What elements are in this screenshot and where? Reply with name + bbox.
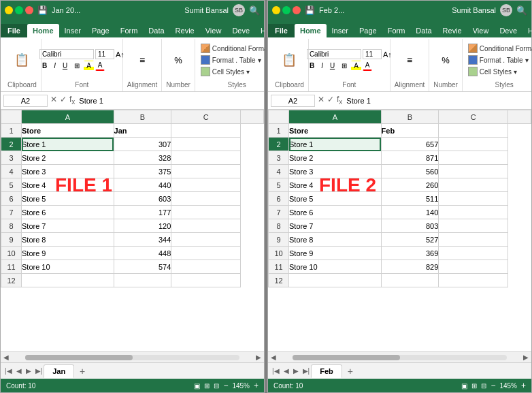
borders-btn[interactable]: ⊞ [71,61,82,71]
format-table-btn2[interactable]: Format . Table ▾ [467,54,532,65]
col-b[interactable]: 574 [114,260,171,274]
col-header-B-file1[interactable]: B [114,110,171,124]
alignment-btn[interactable]: ≡ [131,50,154,70]
view-page-icon[interactable]: ⊟ [214,382,219,390]
zoom-in-btn-file1[interactable]: + [254,381,259,390]
col-c[interactable] [171,206,241,219]
col-a[interactable]: Store 1 [22,138,114,151]
fill-color-btn2[interactable]: A [351,61,361,71]
col-c[interactable] [439,219,508,233]
row-header-11[interactable]: 11 [269,260,289,274]
col-a[interactable]: Store [22,124,114,138]
col-a[interactable]: Store 2 [289,151,382,165]
col-b[interactable]: 369 [381,247,439,260]
scroll-left-file1[interactable]: ◀ [1,352,12,363]
row-header-11[interactable]: 11 [1,260,22,274]
view-normal-icon2[interactable]: ▣ [461,382,467,390]
col-header-B-file2[interactable]: B [381,110,439,124]
tab-dev-file2[interactable]: Deve [494,24,522,37]
formula-cancel-icon[interactable]: ✕ [50,95,57,106]
tab-nav-first2[interactable]: |◀ [271,366,281,376]
col-header-A-file2[interactable]: A [289,110,382,124]
row-header-7[interactable]: 7 [1,206,22,219]
col-a[interactable]: Store 10 [289,260,382,274]
tab-help-file2[interactable]: Help [522,24,532,37]
col-c[interactable] [171,151,241,165]
row-header-5[interactable]: 5 [1,178,22,192]
zoom-out-btn-file2[interactable]: − [491,381,495,390]
row-header-8[interactable]: 8 [269,219,289,233]
clipboard-btn[interactable]: 📋 [10,50,33,70]
tab-file2[interactable]: File [268,24,295,37]
row-header-1[interactable]: 1 [1,124,22,138]
formula-insert-icon[interactable]: fx [69,95,75,106]
italic-btn[interactable]: I [51,61,59,71]
col-b[interactable]: 344 [114,233,171,247]
scroll-thumb-file1[interactable] [25,355,133,360]
tab-nav-last2[interactable]: ▶| [301,366,312,376]
col-c[interactable] [171,138,241,151]
borders-btn2[interactable]: ⊞ [339,61,350,71]
col-a[interactable] [22,274,114,287]
underline-btn[interactable]: U [60,61,70,71]
zoom-out-btn-file1[interactable]: − [223,381,228,390]
col-b[interactable]: 120 [114,219,171,233]
col-b[interactable] [114,274,171,287]
col-a[interactable] [289,274,382,287]
minimize-btn[interactable] [5,6,13,14]
maximize-btn[interactable] [15,6,23,14]
row-header-6[interactable]: 6 [269,192,289,206]
col-b[interactable] [381,274,439,287]
col-b[interactable]: Jan [114,124,171,138]
font-name-selector2[interactable]: Calibri [307,49,361,59]
row-header-1[interactable]: 1 [269,124,289,138]
tab-nav-next[interactable]: ▶ [24,366,33,376]
cond-format-btn[interactable]: Conditional Forma ▾ [199,43,275,54]
col-b[interactable]: 657 [381,138,439,151]
formula-confirm-icon2[interactable]: ✓ [327,95,334,106]
col-a[interactable]: Store 7 [22,219,114,233]
cell-styles-btn[interactable]: Cell Styles ▾ [199,66,275,77]
tab-page-file2[interactable]: Page [354,24,382,37]
tab-data-file1[interactable]: Data [143,24,169,37]
col-b[interactable]: 871 [381,151,439,165]
minimize-btn2[interactable] [272,6,280,14]
tab-form-file2[interactable]: Form [382,24,411,37]
spreadsheet-file1[interactable]: FILE 1 A B C 1StoreJan2Store 13073Store … [1,110,264,351]
row-header-2[interactable]: 2 [269,138,289,151]
col-c[interactable] [439,247,508,260]
tab-insert-file1[interactable]: Inser [59,24,86,37]
cell-styles-btn2[interactable]: Cell Styles ▾ [467,66,532,77]
search-icon2[interactable]: 🔍 [516,5,527,16]
scroll-right-file1[interactable]: ▶ [253,352,264,363]
row-header-3[interactable]: 3 [1,151,22,165]
bold-btn[interactable]: B [39,61,50,71]
col-c[interactable] [439,124,508,138]
number-btn2[interactable]: % [434,50,457,70]
tab-nav-first[interactable]: |◀ [3,366,14,376]
row-header-4[interactable]: 4 [269,165,289,178]
quick-access-save2[interactable]: 💾 [305,5,315,15]
col-a[interactable]: Store 4 [22,178,114,192]
col-b[interactable]: 375 [114,165,171,178]
tab-nav-prev2[interactable]: ◀ [282,366,290,376]
sheet-tab-feb[interactable]: Feb [311,364,342,378]
col-a[interactable]: Store 3 [22,165,114,178]
col-b[interactable]: 448 [114,247,171,260]
scroll-left-file2[interactable]: ◀ [268,352,279,363]
sheet-tab-jan[interactable]: Jan [44,364,74,378]
tab-nav-last[interactable]: ▶| [34,366,44,376]
col-a[interactable]: Store 8 [289,233,382,247]
row-header-10[interactable]: 10 [269,247,289,260]
view-page-icon2[interactable]: ⊟ [481,382,486,390]
tab-data-file2[interactable]: Data [410,24,437,37]
tab-home-file2[interactable]: Home [295,24,327,37]
col-a[interactable]: Store 8 [22,233,114,247]
col-c[interactable] [439,138,508,151]
col-c[interactable] [171,274,241,287]
row-header-6[interactable]: 6 [1,192,22,206]
tab-insert-file2[interactable]: Inser [327,24,354,37]
formula-cancel-icon2[interactable]: ✕ [318,95,325,106]
name-box-file2[interactable] [271,95,315,107]
formula-input-file2[interactable] [345,95,529,106]
